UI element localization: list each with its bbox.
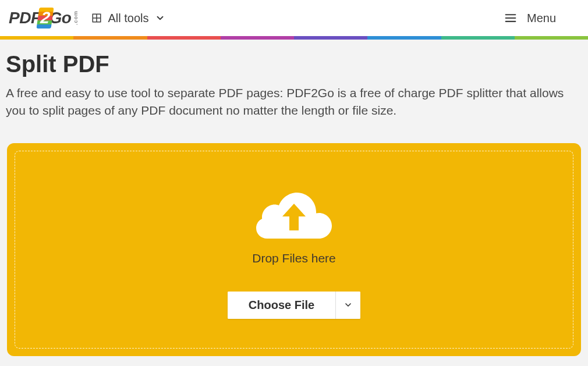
color-bar-segment xyxy=(294,36,367,40)
header-left: PDF 2 Go .com All tools xyxy=(9,9,165,27)
color-bar-segment xyxy=(147,36,221,40)
grid-icon xyxy=(91,13,102,23)
choose-file-button[interactable]: Choose File xyxy=(228,292,336,319)
menu-button[interactable]: Menu xyxy=(505,12,579,25)
page-title: Split PDF xyxy=(6,51,582,77)
chevron-down-icon xyxy=(155,13,165,23)
logo-two-wrap: 2 xyxy=(38,9,52,27)
upload-dropzone[interactable]: Drop Files here Choose File xyxy=(15,151,573,349)
logo-dotcom: .com xyxy=(73,10,79,25)
hamburger-icon xyxy=(505,13,516,23)
color-bar-segment xyxy=(73,36,147,40)
color-bar xyxy=(0,36,588,40)
choose-file-button-group: Choose File xyxy=(228,292,360,319)
color-bar-segment xyxy=(0,36,73,40)
color-bar-segment xyxy=(221,36,294,40)
logo-two: 2 xyxy=(38,9,51,27)
content-area: Split PDF A free and easy to use tool to… xyxy=(0,40,588,366)
color-bar-segment xyxy=(367,36,441,40)
color-bar-segment xyxy=(515,36,588,40)
all-tools-label: All tools xyxy=(108,12,148,25)
drop-files-label: Drop Files here xyxy=(252,251,336,265)
all-tools-dropdown[interactable]: All tools xyxy=(91,12,165,25)
upload-panel: Drop Files here Choose File xyxy=(7,143,581,356)
page-description: A free and easy to use tool to separate … xyxy=(6,84,582,120)
logo[interactable]: PDF 2 Go .com xyxy=(9,9,79,27)
choose-file-caret-button[interactable] xyxy=(336,292,360,319)
chevron-down-icon xyxy=(343,300,353,310)
header-bar: PDF 2 Go .com All tools Menu xyxy=(0,0,588,36)
logo-pdf: PDF xyxy=(9,9,41,27)
color-bar-segment xyxy=(441,36,515,40)
cloud-upload-icon xyxy=(256,186,332,243)
menu-label: Menu xyxy=(527,12,556,25)
